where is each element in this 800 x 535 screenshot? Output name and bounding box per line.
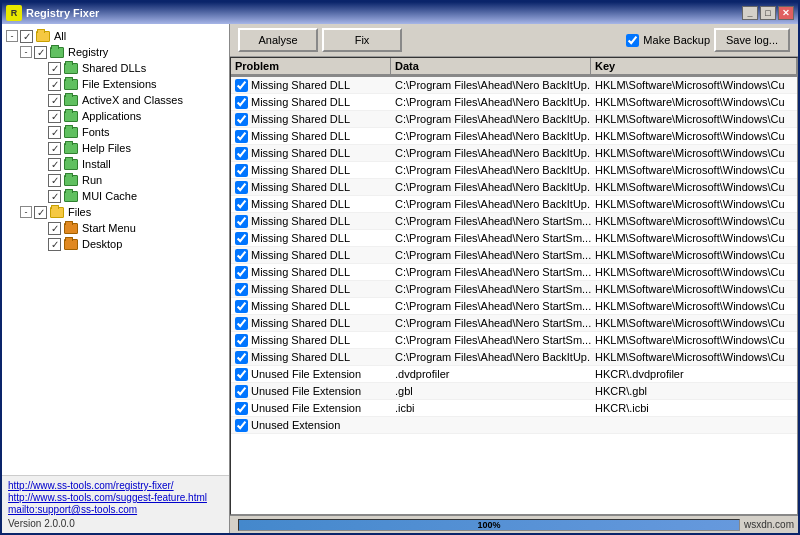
td-problem: Missing Shared DLL <box>231 350 391 365</box>
checkbox-applications[interactable] <box>48 110 61 123</box>
results-table: Problem Data Key Missing Shared DLLC:\Pr… <box>230 57 798 515</box>
table-row[interactable]: Missing Shared DLLC:\Program Files\Ahead… <box>231 281 797 298</box>
row-checkbox[interactable] <box>235 351 248 364</box>
table-row[interactable]: Missing Shared DLLC:\Program Files\Ahead… <box>231 111 797 128</box>
row-checkbox[interactable] <box>235 198 248 211</box>
row-checkbox[interactable] <box>235 232 248 245</box>
td-data: C:\Program Files\Ahead\Nero StartSm... <box>391 231 591 245</box>
td-key: HKLM\Software\Microsoft\Windows\Cu <box>591 95 797 109</box>
minimize-button[interactable]: _ <box>742 6 758 20</box>
expand-files[interactable]: - <box>20 206 32 218</box>
row-checkbox[interactable] <box>235 368 248 381</box>
table-row[interactable]: Missing Shared DLLC:\Program Files\Ahead… <box>231 332 797 349</box>
table-row[interactable]: Unused File Extension.dvdprofilerHKCR\.d… <box>231 366 797 383</box>
td-problem: Missing Shared DLL <box>231 316 391 331</box>
row-checkbox[interactable] <box>235 402 248 415</box>
row-checkbox[interactable] <box>235 164 248 177</box>
tree-item-mui-cache[interactable]: MUI Cache <box>4 188 227 204</box>
folder-icon-start-menu <box>63 221 79 235</box>
table-row[interactable]: Missing Shared DLLC:\Program Files\Ahead… <box>231 196 797 213</box>
link-support-email[interactable]: mailto:support@ss-tools.com <box>8 504 223 515</box>
progress-text: 100% <box>477 520 500 530</box>
td-problem: Missing Shared DLL <box>231 299 391 314</box>
table-row[interactable]: Missing Shared DLLC:\Program Files\Ahead… <box>231 77 797 94</box>
tree-item-run[interactable]: Run <box>4 172 227 188</box>
checkbox-fonts[interactable] <box>48 126 61 139</box>
row-checkbox[interactable] <box>235 334 248 347</box>
table-row[interactable]: Missing Shared DLLC:\Program Files\Ahead… <box>231 315 797 332</box>
link-suggest-feature[interactable]: http://www.ss-tools.com/suggest-feature.… <box>8 492 223 503</box>
th-data[interactable]: Data <box>391 58 591 75</box>
th-problem[interactable]: Problem <box>231 58 391 75</box>
row-checkbox[interactable] <box>235 96 248 109</box>
th-key[interactable]: Key <box>591 58 797 75</box>
app-icon: R <box>6 5 22 21</box>
row-checkbox[interactable] <box>235 147 248 160</box>
checkbox-activex[interactable] <box>48 94 61 107</box>
table-row[interactable]: Missing Shared DLLC:\Program Files\Ahead… <box>231 213 797 230</box>
row-checkbox[interactable] <box>235 113 248 126</box>
tree-item-help-files[interactable]: Help Files <box>4 140 227 156</box>
checkbox-install[interactable] <box>48 158 61 171</box>
table-row[interactable]: Unused File Extension.icbiHKCR\.icbi <box>231 400 797 417</box>
fix-button[interactable]: Fix <box>322 28 402 52</box>
table-row[interactable]: Missing Shared DLLC:\Program Files\Ahead… <box>231 349 797 366</box>
td-data: C:\Program Files\Ahead\Nero BackItUp... <box>391 112 591 126</box>
row-checkbox[interactable] <box>235 385 248 398</box>
row-checkbox[interactable] <box>235 300 248 313</box>
table-row[interactable]: Missing Shared DLLC:\Program Files\Ahead… <box>231 264 797 281</box>
checkbox-files[interactable] <box>34 206 47 219</box>
table-row[interactable]: Missing Shared DLLC:\Program Files\Ahead… <box>231 145 797 162</box>
checkbox-desktop[interactable] <box>48 238 61 251</box>
tree-item-files[interactable]: - Files <box>4 204 227 220</box>
table-row[interactable]: Unused File Extension.gblHKCR\.gbl <box>231 383 797 400</box>
save-log-button[interactable]: Save log... <box>714 28 790 52</box>
expand-registry[interactable]: - <box>20 46 32 58</box>
tree-item-install[interactable]: Install <box>4 156 227 172</box>
tree-item-start-menu[interactable]: Start Menu <box>4 220 227 236</box>
checkbox-all[interactable] <box>20 30 33 43</box>
td-problem: Missing Shared DLL <box>231 214 391 229</box>
window-title: Registry Fixer <box>26 7 742 19</box>
td-data: C:\Program Files\Ahead\Nero StartSm... <box>391 299 591 313</box>
table-row[interactable]: Missing Shared DLLC:\Program Files\Ahead… <box>231 162 797 179</box>
table-row[interactable]: Missing Shared DLLC:\Program Files\Ahead… <box>231 298 797 315</box>
checkbox-shared-dlls[interactable] <box>48 62 61 75</box>
checkbox-start-menu[interactable] <box>48 222 61 235</box>
tree-item-registry[interactable]: - Registry <box>4 44 227 60</box>
checkbox-file-extensions[interactable] <box>48 78 61 91</box>
row-checkbox[interactable] <box>235 249 248 262</box>
row-checkbox[interactable] <box>235 317 248 330</box>
maximize-button[interactable]: □ <box>760 6 776 20</box>
checkbox-help-files[interactable] <box>48 142 61 155</box>
tree-item-file-extensions[interactable]: File Extensions <box>4 76 227 92</box>
analyse-button[interactable]: Analyse <box>238 28 318 52</box>
table-row[interactable]: Missing Shared DLLC:\Program Files\Ahead… <box>231 247 797 264</box>
checkbox-mui-cache[interactable] <box>48 190 61 203</box>
row-checkbox[interactable] <box>235 283 248 296</box>
row-checkbox[interactable] <box>235 419 248 432</box>
table-row[interactable]: Missing Shared DLLC:\Program Files\Ahead… <box>231 128 797 145</box>
row-checkbox[interactable] <box>235 215 248 228</box>
expand-all[interactable]: - <box>6 30 18 42</box>
table-row[interactable]: Missing Shared DLLC:\Program Files\Ahead… <box>231 179 797 196</box>
row-checkbox[interactable] <box>235 79 248 92</box>
td-data: C:\Program Files\Ahead\Nero BackItUp... <box>391 163 591 177</box>
tree-item-all[interactable]: - All <box>4 28 227 44</box>
checkbox-run[interactable] <box>48 174 61 187</box>
tree-item-activex[interactable]: ActiveX and Classes <box>4 92 227 108</box>
tree-item-shared-dlls[interactable]: Shared DLLs <box>4 60 227 76</box>
row-checkbox[interactable] <box>235 266 248 279</box>
link-registry-fixer[interactable]: http://www.ss-tools.com/registry-fixer/ <box>8 480 223 491</box>
tree-item-desktop[interactable]: Desktop <box>4 236 227 252</box>
table-row[interactable]: Missing Shared DLLC:\Program Files\Ahead… <box>231 94 797 111</box>
tree-item-fonts[interactable]: Fonts <box>4 124 227 140</box>
checkbox-registry[interactable] <box>34 46 47 59</box>
make-backup-checkbox[interactable] <box>626 34 639 47</box>
table-row[interactable]: Unused Extension <box>231 417 797 434</box>
row-checkbox[interactable] <box>235 181 248 194</box>
table-row[interactable]: Missing Shared DLLC:\Program Files\Ahead… <box>231 230 797 247</box>
close-button[interactable]: ✕ <box>778 6 794 20</box>
row-checkbox[interactable] <box>235 130 248 143</box>
tree-item-applications[interactable]: Applications <box>4 108 227 124</box>
